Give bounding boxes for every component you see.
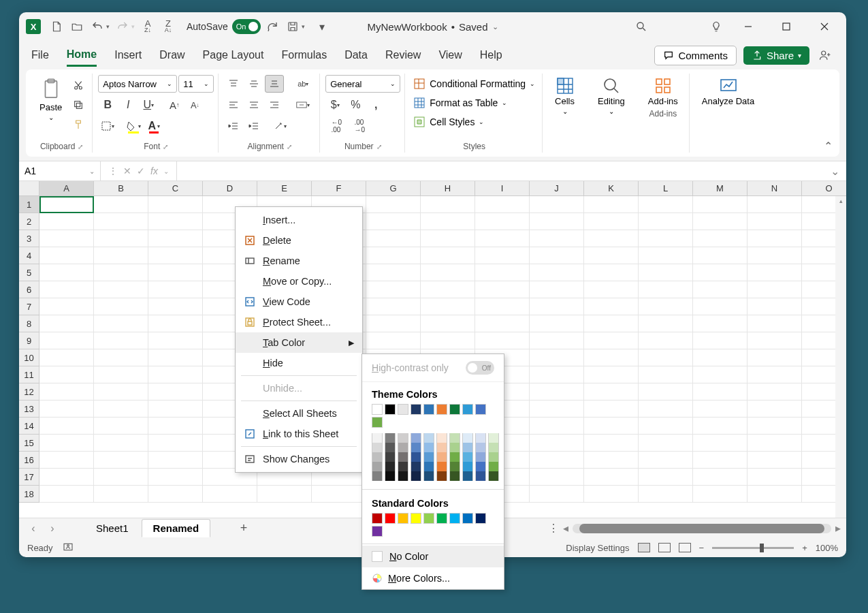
cell[interactable] — [639, 230, 693, 247]
share-button[interactable]: Share▾ — [743, 46, 809, 65]
cell[interactable] — [693, 366, 748, 383]
cell[interactable] — [693, 469, 748, 486]
cell[interactable] — [530, 383, 584, 400]
sheet-tab-renamed[interactable]: Renamed — [142, 519, 211, 537]
row-header[interactable]: 10 — [19, 349, 39, 366]
column-header[interactable]: F — [312, 181, 366, 196]
cell[interactable] — [639, 452, 693, 469]
cell[interactable] — [94, 435, 148, 452]
cell[interactable] — [366, 298, 421, 315]
cell[interactable] — [748, 418, 802, 435]
color-swatch[interactable] — [411, 471, 421, 481]
merge-center-icon[interactable]: ▾ — [291, 96, 315, 114]
align-top-icon[interactable] — [224, 75, 243, 93]
cell[interactable] — [94, 486, 148, 503]
undo-icon[interactable] — [89, 18, 106, 35]
row-header[interactable]: 12 — [19, 383, 39, 400]
color-swatch[interactable] — [436, 443, 447, 452]
cell[interactable] — [475, 298, 530, 315]
cell[interactable] — [584, 400, 639, 418]
increase-decimal-icon[interactable]: ←0.00 — [325, 117, 347, 135]
cell[interactable] — [148, 418, 203, 435]
column-header[interactable]: D — [203, 181, 257, 196]
align-bottom-icon[interactable] — [265, 75, 284, 93]
cell[interactable] — [530, 486, 584, 503]
cell[interactable] — [748, 315, 802, 332]
cell[interactable] — [639, 383, 693, 400]
cell[interactable] — [584, 298, 639, 315]
row-header[interactable]: 7 — [19, 298, 39, 315]
increase-font-icon[interactable]: A↑ — [165, 96, 184, 114]
cell[interactable] — [421, 298, 475, 315]
color-swatch[interactable] — [488, 471, 499, 481]
row-header[interactable]: 4 — [19, 247, 39, 264]
cell[interactable] — [421, 196, 475, 213]
color-swatch[interactable] — [372, 462, 383, 471]
color-swatch[interactable] — [411, 462, 421, 471]
cell[interactable] — [148, 486, 203, 503]
format-painter-icon[interactable] — [69, 116, 88, 133]
color-swatch[interactable] — [449, 471, 460, 481]
ctx-select-all-sheets[interactable]: Select All Sheets — [236, 403, 362, 424]
cell[interactable] — [693, 435, 748, 452]
cell[interactable] — [693, 298, 748, 315]
cell[interactable] — [584, 264, 639, 281]
font-launcher-icon[interactable]: ⤢ — [163, 143, 168, 151]
cell[interactable] — [366, 264, 421, 281]
column-header[interactable]: G — [366, 181, 421, 196]
decrease-font-icon[interactable]: A↓ — [185, 96, 204, 114]
display-settings[interactable]: Display Settings — [566, 543, 629, 553]
color-swatch[interactable] — [462, 443, 473, 452]
color-swatch[interactable] — [372, 526, 383, 537]
cell[interactable] — [748, 469, 802, 486]
column-header[interactable]: E — [257, 181, 312, 196]
ctx-hide[interactable]: Hide — [236, 353, 362, 373]
sheet-options-icon[interactable]: ⋮ — [548, 522, 559, 535]
prev-sheet-icon[interactable]: ‹ — [25, 521, 42, 536]
color-swatch[interactable] — [423, 452, 434, 462]
cell[interactable] — [94, 400, 148, 418]
cell[interactable] — [39, 418, 94, 435]
color-swatch[interactable] — [411, 443, 421, 452]
cell[interactable] — [148, 332, 203, 349]
color-swatch[interactable] — [423, 471, 434, 481]
cell[interactable] — [693, 383, 748, 400]
ctx-view-code[interactable]: View Code — [236, 292, 362, 312]
cell[interactable] — [148, 469, 203, 486]
color-swatch[interactable] — [385, 433, 396, 443]
fb-menu-icon[interactable]: ⋮ — [106, 166, 120, 176]
cell[interactable] — [693, 418, 748, 435]
cell[interactable] — [203, 486, 257, 503]
horizontal-scrollbar[interactable] — [573, 524, 831, 533]
cell[interactable] — [639, 435, 693, 452]
cell[interactable] — [748, 435, 802, 452]
row-header[interactable]: 5 — [19, 264, 39, 281]
cell[interactable] — [584, 435, 639, 452]
minimize-button[interactable] — [733, 16, 763, 37]
cell[interactable] — [148, 452, 203, 469]
color-swatch[interactable] — [436, 433, 447, 443]
cell[interactable] — [366, 213, 421, 230]
cell[interactable] — [530, 400, 584, 418]
column-header[interactable]: J — [530, 181, 584, 196]
document-title[interactable]: MyNewWorkbook•Saved⌄ — [367, 21, 498, 33]
cell[interactable] — [94, 452, 148, 469]
cell[interactable] — [639, 196, 693, 213]
ctx-move-or-copy[interactable]: Move or Copy... — [236, 271, 362, 292]
cell[interactable] — [639, 400, 693, 418]
cell[interactable] — [530, 452, 584, 469]
cell[interactable] — [366, 315, 421, 332]
color-swatch[interactable] — [449, 404, 460, 415]
cell[interactable] — [421, 332, 475, 349]
color-swatch[interactable] — [372, 404, 383, 415]
cell[interactable] — [530, 247, 584, 264]
cell[interactable] — [421, 281, 475, 298]
sheet-tab-sheet1[interactable]: Sheet1 — [84, 519, 140, 537]
cell[interactable] — [584, 196, 639, 213]
tab-view[interactable]: View — [438, 45, 462, 65]
cell[interactable] — [584, 418, 639, 435]
color-swatch[interactable] — [436, 471, 447, 481]
font-name-select[interactable]: Aptos Narrow⌄ — [98, 75, 177, 93]
zoom-level[interactable]: 100% — [816, 543, 838, 553]
color-swatch[interactable] — [398, 513, 408, 524]
